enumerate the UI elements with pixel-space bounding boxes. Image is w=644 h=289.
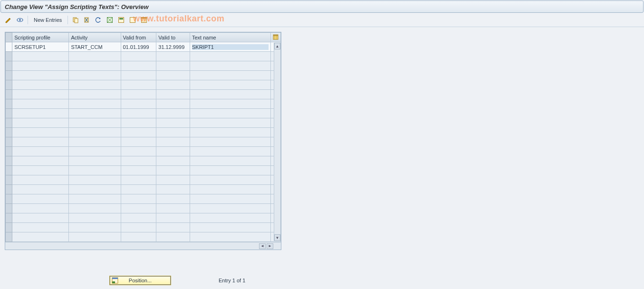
cell-valid-from[interactable] — [121, 175, 156, 185]
cell-input[interactable] — [192, 187, 269, 193]
scroll-right-icon[interactable]: ► — [267, 243, 273, 249]
cell-valid-from[interactable] — [121, 204, 156, 213]
cell-scripting-profile[interactable] — [12, 52, 69, 61]
cell-valid-to[interactable] — [156, 166, 190, 175]
cell-input[interactable] — [123, 206, 154, 212]
cell-input[interactable] — [14, 101, 67, 107]
vertical-scrollbar[interactable]: ▲ ▼ — [274, 43, 280, 241]
cell-input[interactable] — [71, 149, 118, 154]
cell-text-name[interactable] — [190, 71, 270, 80]
cell-input[interactable] — [158, 234, 188, 240]
cell-activity[interactable] — [69, 61, 121, 71]
row-selector[interactable] — [6, 204, 12, 213]
table-settings-icon[interactable] — [139, 15, 149, 25]
row-selector[interactable] — [6, 71, 12, 80]
cell-valid-from[interactable] — [121, 52, 156, 61]
cell-input[interactable] — [123, 215, 154, 221]
cell-input[interactable] — [71, 206, 118, 212]
cell-input[interactable] — [192, 158, 269, 164]
cell-valid-to[interactable] — [156, 185, 190, 194]
cell-text-name[interactable] — [190, 185, 270, 194]
row-selector[interactable] — [6, 194, 12, 204]
cell-input[interactable] — [158, 120, 188, 126]
cell-valid-from[interactable] — [121, 99, 156, 109]
col-activity[interactable]: Activity — [69, 33, 121, 42]
cell-valid-to[interactable] — [156, 232, 190, 242]
cell-input[interactable] — [123, 54, 154, 59]
cell-scripting-profile[interactable] — [12, 109, 69, 118]
cell-input[interactable] — [123, 92, 154, 97]
cell-text-name[interactable] — [190, 156, 270, 166]
cell-activity[interactable] — [69, 52, 121, 61]
cell-input[interactable] — [71, 63, 118, 69]
select-all-rows[interactable] — [6, 33, 12, 42]
cell-input[interactable] — [192, 139, 269, 145]
cell-valid-to[interactable] — [156, 128, 190, 137]
cell-input[interactable] — [192, 168, 269, 173]
cell-valid-to[interactable] — [156, 61, 190, 71]
cell-input[interactable] — [14, 177, 67, 183]
col-scripting-profile[interactable]: Scripting profile — [12, 33, 69, 42]
cell-input[interactable] — [14, 54, 67, 59]
cell-input[interactable] — [123, 196, 154, 202]
cell-activity[interactable] — [69, 118, 121, 128]
row-selector[interactable] — [6, 223, 12, 232]
cell-scripting-profile[interactable] — [12, 90, 69, 99]
scroll-up-icon[interactable]: ▲ — [274, 43, 280, 49]
cell-input[interactable] — [158, 177, 188, 183]
cell-valid-to[interactable] — [156, 99, 190, 109]
cell-activity[interactable] — [69, 232, 121, 242]
cell-valid-to[interactable] — [156, 42, 190, 52]
row-selector[interactable] — [6, 166, 12, 175]
cell-input[interactable] — [14, 206, 67, 212]
cell-input[interactable] — [158, 215, 188, 221]
cell-scripting-profile[interactable] — [12, 99, 69, 109]
cell-valid-from[interactable] — [121, 71, 156, 80]
cell-valid-to[interactable] — [156, 156, 190, 166]
cell-valid-to[interactable] — [156, 109, 190, 118]
cell-scripting-profile[interactable] — [12, 156, 69, 166]
cell-input[interactable] — [123, 130, 154, 135]
cell-activity[interactable] — [69, 128, 121, 137]
cell-scripting-profile[interactable] — [12, 223, 69, 232]
cell-input[interactable] — [71, 120, 118, 126]
cell-valid-from[interactable] — [121, 118, 156, 128]
cell-text-name[interactable] — [190, 232, 270, 242]
cell-input[interactable] — [123, 149, 154, 154]
cell-input[interactable] — [192, 177, 269, 183]
cell-input[interactable] — [14, 196, 67, 202]
row-selector[interactable] — [6, 61, 12, 71]
cell-input[interactable] — [14, 149, 67, 154]
cell-valid-from[interactable] — [121, 137, 156, 147]
cell-input[interactable] — [158, 225, 188, 231]
cell-input[interactable] — [123, 158, 154, 164]
cell-input[interactable] — [123, 111, 154, 116]
cell-input[interactable] — [14, 63, 67, 69]
cell-input[interactable] — [158, 149, 188, 154]
row-selector[interactable] — [6, 137, 12, 147]
cell-input[interactable] — [123, 177, 154, 183]
cell-input[interactable] — [158, 130, 188, 135]
cell-input[interactable] — [71, 130, 118, 135]
cell-input[interactable] — [192, 120, 269, 126]
row-selector[interactable] — [6, 147, 12, 156]
cell-scripting-profile[interactable] — [12, 61, 69, 71]
cell-valid-to[interactable] — [156, 137, 190, 147]
cell-valid-to[interactable] — [156, 204, 190, 213]
cell-scripting-profile[interactable] — [12, 42, 69, 52]
cell-activity[interactable] — [69, 156, 121, 166]
cell-input[interactable] — [192, 82, 269, 88]
cell-activity[interactable] — [69, 71, 121, 80]
row-selector[interactable] — [6, 109, 12, 118]
cell-input[interactable] — [192, 54, 269, 59]
col-text-name[interactable]: Text name — [190, 33, 270, 42]
cell-input[interactable] — [71, 54, 118, 59]
toggle-display-change-icon[interactable] — [4, 15, 13, 25]
cell-text-name[interactable] — [190, 213, 270, 223]
cell-activity[interactable] — [69, 185, 121, 194]
cell-input[interactable] — [14, 168, 67, 173]
cell-valid-from[interactable] — [121, 42, 156, 52]
cell-valid-from[interactable] — [121, 213, 156, 223]
cell-input[interactable] — [71, 158, 118, 164]
row-selector[interactable] — [6, 52, 12, 61]
